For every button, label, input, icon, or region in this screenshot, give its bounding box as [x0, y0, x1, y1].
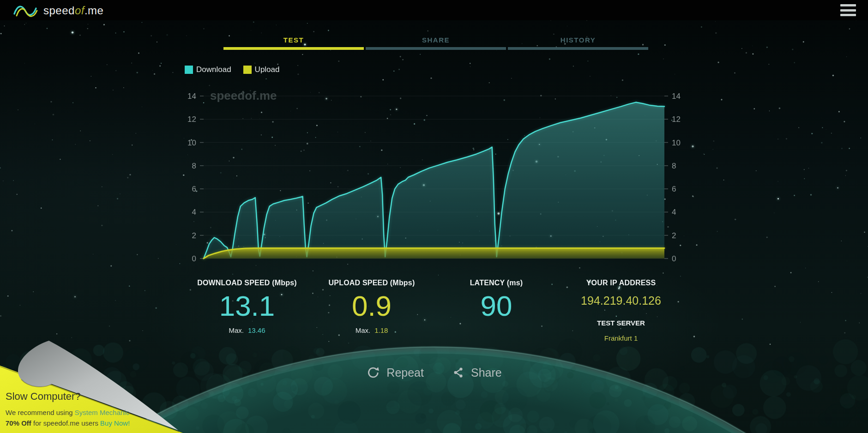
tab-history-label: HISTORY: [508, 36, 648, 44]
svg-text:2: 2: [672, 231, 676, 240]
svg-text:0: 0: [192, 254, 196, 263]
svg-text:4: 4: [672, 208, 676, 216]
tab-test-label: TEST: [223, 36, 364, 44]
legend-item-upload: Upload: [243, 65, 280, 74]
ad-line1: We recommend using System Mechanic: [6, 409, 158, 416]
tab-share-label: SHARE: [366, 36, 506, 44]
svg-text:2: 2: [192, 231, 196, 240]
share-icon: [452, 366, 464, 379]
svg-text:6: 6: [192, 185, 196, 193]
speedofme-wave-icon: [12, 3, 39, 18]
latency-value: 90: [470, 291, 523, 321]
top-bar: speedof.me: [0, 0, 868, 20]
hamburger-menu-icon[interactable]: [840, 4, 856, 16]
svg-text:8: 8: [672, 162, 676, 170]
speed-chart: 0022446688101012121414 speedof.me: [182, 69, 686, 268]
legend-upload-label: Upload: [255, 65, 280, 74]
action-buttons: Repeat Share: [366, 366, 501, 379]
tab-test[interactable]: TEST: [223, 36, 364, 50]
tab-history[interactable]: HISTORY: [508, 36, 648, 50]
ip-address-value: 194.219.40.126: [581, 294, 661, 307]
svg-text:8: 8: [192, 162, 196, 170]
share-button[interactable]: Share: [452, 366, 502, 379]
chart-series: [204, 102, 664, 259]
ad-title: Slow Computer?: [6, 391, 158, 403]
repeat-icon: [366, 366, 380, 379]
repeat-button[interactable]: Repeat: [366, 366, 424, 379]
tab-share[interactable]: SHARE: [366, 36, 506, 50]
tab-history-underline: [508, 47, 648, 50]
ad-line2: 70% Off for speedof.me users Buy Now!: [6, 419, 158, 427]
download-swatch: [185, 66, 193, 74]
chart-watermark: speedof.me: [210, 89, 277, 102]
brand-logo[interactable]: speedof.me: [12, 3, 103, 18]
download-speed-value: 13.1: [197, 291, 297, 321]
svg-text:6: 6: [672, 185, 676, 193]
download-max: Max.13.46: [197, 326, 297, 334]
tab-bar: TEST SHARE HISTORY: [223, 36, 649, 50]
legend-download-label: Download: [196, 65, 231, 74]
brand-wordmark: speedof.me: [43, 4, 103, 17]
repeat-label: Repeat: [386, 366, 424, 379]
stat-upload: UPLOAD SPEED (Mbps) 0.9 Max.1.18: [329, 279, 415, 334]
ad-text: Slow Computer? We recommend using System…: [6, 391, 158, 427]
svg-text:14: 14: [187, 92, 196, 101]
svg-text:0: 0: [672, 254, 676, 263]
share-label: Share: [471, 366, 502, 379]
system-mechanic-link[interactable]: System Mechanic: [75, 409, 129, 416]
legend-item-download: Download: [185, 65, 231, 74]
svg-text:10: 10: [187, 138, 196, 147]
tab-test-underline: [223, 47, 364, 50]
stat-ip: YOUR IP ADDRESS 194.219.40.126 TEST SERV…: [581, 279, 661, 342]
test-server-label: TEST SERVER: [581, 319, 661, 327]
upload-swatch: [243, 66, 252, 74]
upload-speed-label: UPLOAD SPEED (Mbps): [329, 279, 415, 287]
test-server-value[interactable]: Frankfurt 1: [581, 334, 661, 342]
buy-now-link[interactable]: Buy Now!: [100, 419, 130, 427]
svg-text:12: 12: [672, 115, 681, 124]
download-speed-label: DOWNLOAD SPEED (Mbps): [197, 279, 297, 287]
upload-speed-value: 0.9: [329, 291, 415, 321]
svg-text:12: 12: [187, 115, 196, 124]
stat-latency: LATENCY (ms) 90: [470, 279, 523, 321]
chart-legend: Download Upload: [185, 65, 279, 74]
upload-max: Max.1.18: [329, 326, 415, 334]
svg-text:10: 10: [672, 138, 681, 147]
ip-address-label: YOUR IP ADDRESS: [581, 279, 661, 287]
latency-label: LATENCY (ms): [470, 279, 523, 287]
tab-share-underline: [366, 47, 506, 50]
svg-text:14: 14: [672, 92, 681, 101]
svg-text:4: 4: [192, 208, 196, 216]
stat-download: DOWNLOAD SPEED (Mbps) 13.1 Max.13.46: [197, 279, 297, 334]
